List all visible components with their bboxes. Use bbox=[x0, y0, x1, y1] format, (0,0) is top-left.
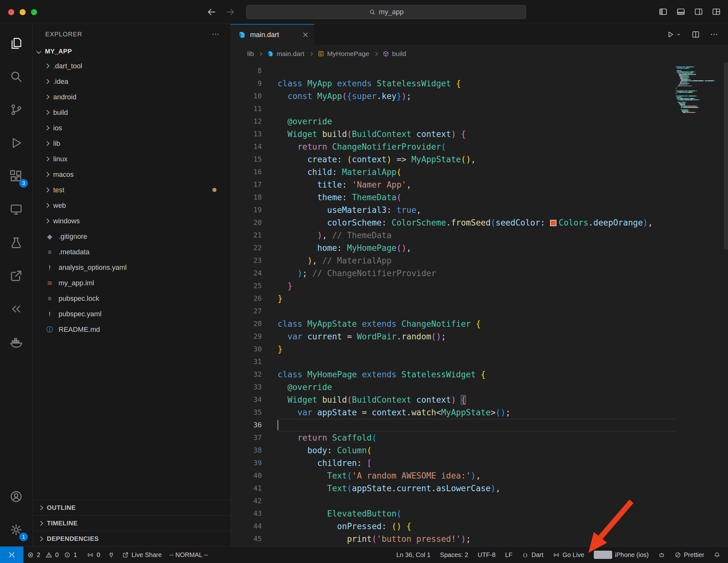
activity-item-remote-explorer[interactable] bbox=[0, 193, 32, 226]
activity-item-extensions[interactable]: 3 bbox=[0, 160, 32, 193]
minimap[interactable] bbox=[676, 65, 723, 546]
status-device-selector[interactable]: iPhone (ios) bbox=[590, 547, 653, 563]
token bbox=[278, 509, 327, 518]
status-go-live[interactable]: Go Live bbox=[549, 547, 588, 563]
code-line-content: body: Column( bbox=[278, 444, 676, 457]
status-indentation[interactable]: Spaces: 2 bbox=[436, 547, 472, 563]
chevron-down-icon bbox=[36, 49, 41, 54]
token: ThemeData bbox=[352, 193, 397, 202]
tree-item-android[interactable]: android bbox=[33, 89, 230, 105]
back-button[interactable] bbox=[206, 7, 217, 17]
code-line-26: 26} bbox=[231, 292, 676, 305]
window-zoom-button[interactable] bbox=[31, 9, 37, 15]
explorer-root-folder[interactable]: MY_APP bbox=[33, 44, 230, 58]
toggle-secondary-sidebar-button[interactable] bbox=[694, 7, 703, 16]
activity-item-live-share[interactable] bbox=[0, 259, 32, 292]
toggle-panel-button[interactable] bbox=[676, 7, 686, 16]
token: context bbox=[416, 395, 451, 404]
breadcrumb-myhomepage[interactable]: MyHomePage bbox=[317, 50, 369, 58]
activity-item-source-control[interactable] bbox=[0, 93, 32, 126]
status-broadcast-count[interactable]: 0 bbox=[83, 547, 104, 563]
split-editor-button[interactable] bbox=[691, 30, 700, 39]
activity-item-run-and-debug[interactable] bbox=[0, 126, 32, 160]
tree-item-ios[interactable]: ios bbox=[33, 120, 230, 136]
command-center[interactable]: my_app bbox=[246, 5, 526, 19]
tree-item-idea[interactable]: .idea bbox=[33, 74, 230, 89]
breadcrumb-main-dart[interactable]: main.dart bbox=[267, 50, 304, 58]
status-language-mode[interactable]: {}Dart bbox=[518, 547, 547, 563]
token: { bbox=[461, 129, 466, 139]
status-remote[interactable] bbox=[0, 547, 23, 563]
token: context bbox=[416, 129, 451, 139]
window-minimize-button[interactable] bbox=[20, 9, 26, 15]
explorer-more-actions[interactable] bbox=[211, 30, 220, 38]
activity-item-accounts[interactable] bbox=[0, 480, 32, 513]
tree-item-macos[interactable]: macos bbox=[33, 167, 230, 182]
tree-item-test[interactable]: test bbox=[33, 182, 230, 198]
customize-layout-button[interactable] bbox=[712, 7, 721, 16]
token: , bbox=[648, 218, 653, 228]
window-close-button[interactable] bbox=[8, 9, 14, 15]
status-vim-mode[interactable]: -- NORMAL -- bbox=[166, 547, 212, 563]
breadcrumb-lib[interactable]: lib bbox=[247, 50, 254, 58]
tree-item-pubspec-yaml[interactable]: !pubspec.yaml bbox=[33, 306, 230, 322]
token: const bbox=[287, 91, 317, 101]
tab-main-dart[interactable]: main.dart bbox=[231, 24, 314, 45]
more-actions-button[interactable] bbox=[710, 30, 719, 39]
status-prettier[interactable]: Prettier bbox=[671, 547, 708, 563]
status-ports[interactable] bbox=[104, 547, 118, 563]
status-encoding[interactable]: UTF-8 bbox=[474, 547, 499, 563]
minimap-line bbox=[676, 94, 723, 95]
status-copilot[interactable] bbox=[655, 547, 669, 563]
token bbox=[357, 370, 362, 379]
code-line-18: 18 theme: ThemeData( bbox=[231, 191, 676, 204]
token: WordPair bbox=[357, 332, 396, 341]
minimap-token bbox=[693, 73, 693, 74]
code-text: return ChangeNotifierProvider( bbox=[278, 141, 676, 153]
tree-item-metadata[interactable]: ≡.metadata bbox=[33, 244, 230, 260]
status-problems[interactable]: 201 bbox=[23, 547, 83, 563]
status-live-share[interactable]: Live Share bbox=[118, 547, 166, 563]
status-eol[interactable]: LF bbox=[501, 547, 516, 563]
code-editor[interactable]: 89class MyApp extends StatelessWidget {1… bbox=[231, 63, 728, 546]
tree-item-build[interactable]: build bbox=[33, 105, 230, 120]
tree-item-web[interactable]: web bbox=[33, 198, 230, 213]
sidebar-section-outline[interactable]: OUTLINE bbox=[33, 500, 230, 515]
run-button[interactable] bbox=[666, 30, 675, 39]
activity-item-search[interactable] bbox=[0, 60, 32, 93]
status-notifications[interactable] bbox=[710, 547, 724, 563]
tree-item-linux[interactable]: linux bbox=[33, 151, 230, 167]
tree-item-lib[interactable]: lib bbox=[33, 136, 230, 151]
code-line-content: title: 'Namer App', bbox=[278, 178, 676, 191]
activity-item-testing[interactable] bbox=[0, 226, 32, 259]
tree-item-pubspec-lock[interactable]: ≡pubspec.lock bbox=[33, 291, 230, 306]
activity-item-explorer[interactable] bbox=[0, 27, 32, 60]
activity-item-docker[interactable] bbox=[0, 325, 32, 359]
token bbox=[471, 319, 476, 328]
run-dropdown-button[interactable] bbox=[675, 31, 682, 38]
minimap-token bbox=[678, 99, 680, 100]
plug-icon bbox=[108, 552, 115, 558]
activity-item-manage[interactable]: 1 bbox=[0, 513, 32, 546]
activity-item-chevrons-left[interactable] bbox=[0, 292, 32, 325]
sidebar-section-timeline[interactable]: TIMELINE bbox=[33, 515, 230, 531]
status-label: Ln 36, Col 1 bbox=[396, 551, 430, 559]
token: ) bbox=[466, 155, 471, 164]
breadcrumb-build[interactable]: build bbox=[382, 50, 406, 58]
code-text: child: MaterialApp( bbox=[278, 166, 676, 178]
tree-item-dart-tool[interactable]: .dart_tool bbox=[33, 58, 230, 74]
toggle-primary-sidebar-button[interactable] bbox=[658, 7, 668, 16]
forward-button[interactable] bbox=[225, 7, 235, 17]
tree-item-gitignore[interactable]: ◆.gitignore bbox=[33, 229, 230, 244]
editor-scrollbar[interactable] bbox=[724, 63, 728, 249]
tree-item-my-app-iml[interactable]: ≋my_app.iml bbox=[33, 275, 230, 291]
tree-item-windows[interactable]: windows bbox=[33, 213, 230, 229]
minimap-token bbox=[683, 74, 687, 75]
tree-item-analysis-options-yaml[interactable]: !analysis_options.yaml bbox=[33, 260, 230, 275]
sidebar-section-dependencies[interactable]: DEPENDENCIES bbox=[33, 531, 230, 546]
status-cursor-position[interactable]: Ln 36, Col 1 bbox=[392, 547, 434, 563]
tab-close-icon[interactable] bbox=[302, 31, 309, 39]
token: StatelessWidget bbox=[377, 79, 451, 88]
tree-item-readme-md[interactable]: ⓘREADME.md bbox=[33, 322, 230, 337]
ellipsis-icon bbox=[710, 30, 719, 39]
